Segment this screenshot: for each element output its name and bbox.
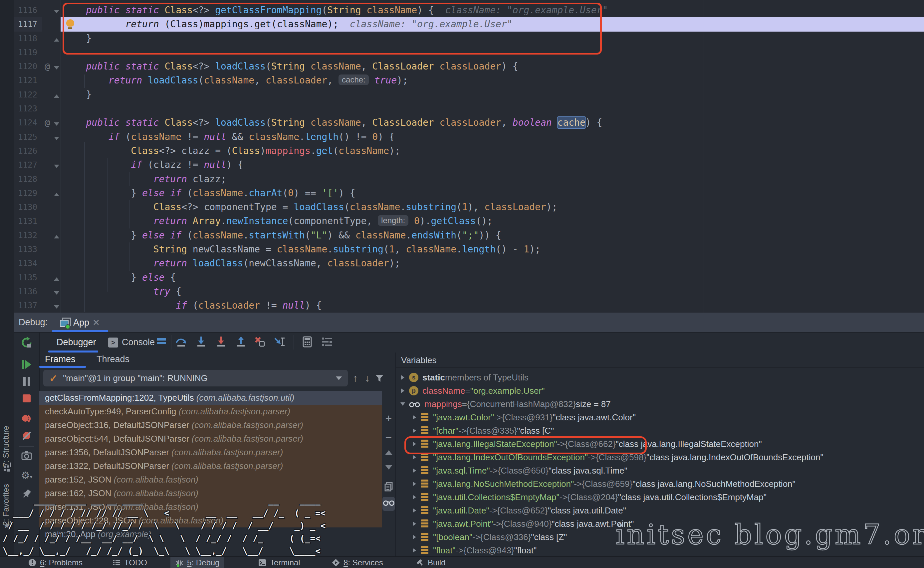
thread-dump-camera-button[interactable] [14, 450, 39, 462]
debugger-settings-gear-icon[interactable]: ⚙▾ [14, 470, 39, 481]
code-line-1124[interactable]: 1124@ public static Class<?> loadClass(S… [14, 116, 924, 130]
status-item-debug[interactable]: 5: Debug [170, 557, 224, 568]
variables-row-classname[interactable]: pclassName = "org.example.User" [395, 384, 924, 397]
line-number[interactable]: 1116 [14, 3, 42, 17]
code-line-1129[interactable]: 1129 } else if (className.charAt(0) == '… [14, 186, 924, 200]
debug-session-tab[interactable]: App ✕ [60, 315, 100, 330]
evaluate-expression-button[interactable] [301, 335, 314, 349]
line-number[interactable]: 1137 [14, 299, 42, 313]
fold-marker[interactable] [53, 32, 61, 45]
fold-marker[interactable] [53, 74, 61, 88]
code-line-1120[interactable]: 1120@ public static Class<?> loadClass(S… [14, 59, 924, 74]
variables-row-mappings[interactable]: mappings = {ConcurrentHashMap@832} size … [395, 397, 924, 411]
thread-selector-dropdown[interactable]: ✓ "main"@1 in group "main": RUNNING [43, 370, 348, 387]
code-text[interactable]: } [61, 32, 924, 45]
line-number[interactable]: 1125 [14, 130, 42, 144]
fold-marker[interactable] [53, 144, 61, 158]
next-frame-icon[interactable]: ↓ [365, 372, 370, 384]
pin-tab-button[interactable] [14, 488, 39, 500]
move-down-icon[interactable] [382, 465, 395, 470]
status-item-problems[interactable]: 6: Problems [23, 557, 87, 568]
code-line-1135[interactable]: 1135 } else { [14, 271, 924, 285]
step-over-button[interactable] [175, 335, 188, 349]
code-text[interactable]: if (className != null && className.lengt… [61, 130, 924, 144]
stack-frame-row[interactable]: parse:152, JSON (com.alibaba.fastjson) [39, 473, 382, 486]
line-number[interactable]: 1120 [14, 59, 42, 74]
fold-marker[interactable] [53, 299, 61, 313]
line-number[interactable]: 1126 [14, 144, 42, 158]
code-text[interactable]: Class<?> clazz = (Class)mappings.get(cla… [61, 144, 924, 158]
map-entry-row[interactable]: "[boolean" -> {Class@336} "class [Z" [395, 530, 924, 544]
stack-frame-row[interactable]: parse:1322, DefaultJSONParser (com.aliba… [39, 459, 382, 473]
fold-marker[interactable] [53, 214, 61, 228]
tab-console[interactable]: Console [122, 337, 155, 347]
code-line-1118[interactable]: 1118 } [14, 32, 924, 45]
force-step-into-button[interactable] [215, 335, 228, 349]
fold-marker[interactable] [53, 200, 61, 214]
close-icon[interactable]: ✕ [92, 317, 100, 328]
code-text[interactable]: public static Class<?> loadClass(String … [61, 116, 924, 130]
fold-marker[interactable] [53, 242, 61, 257]
code-line-1127[interactable]: 1127 if (clazz != null) { [14, 158, 924, 172]
chevron-collapsed-icon[interactable] [413, 508, 416, 513]
code-line-1123[interactable]: 1123 [14, 102, 924, 116]
code-line-1130[interactable]: 1130 Class<?> componentType = loadClass(… [14, 200, 924, 214]
line-number[interactable]: 1122 [14, 88, 42, 102]
watches-glasses-icon[interactable] [382, 499, 395, 506]
map-entry-row[interactable]: "java.awt.Point" -> {Class@940} "class j… [395, 517, 924, 530]
sidebar-item-favorites[interactable]: 2: Favorites [2, 484, 11, 526]
stack-frame-row[interactable]: parseObject:316, DefaultJSONParser (com.… [39, 418, 382, 432]
copy-icon[interactable] [382, 482, 395, 491]
intention-bulb-icon[interactable] [65, 19, 75, 29]
status-item-todo[interactable]: TODO [108, 557, 152, 568]
stack-frame-row[interactable]: parse:131, JSON (com.alibaba.fastjson) [39, 500, 382, 514]
fold-marker[interactable] [53, 186, 61, 200]
status-item-services[interactable]: 8: Services [327, 557, 388, 568]
tab-threads[interactable]: Threads [97, 354, 129, 364]
code-text[interactable]: return (Class)mappings.get(className); c… [61, 17, 924, 31]
move-up-icon[interactable] [382, 450, 395, 455]
stack-frame-row[interactable]: getClassFromMapping:1202, TypeUtils (com… [39, 391, 382, 405]
code-text[interactable]: if (classLoader != null) { [61, 299, 924, 313]
chevron-collapsed-icon[interactable] [413, 521, 416, 526]
previous-frame-icon[interactable]: ↑ [353, 372, 358, 384]
step-out-button[interactable] [235, 335, 248, 349]
code-text[interactable] [61, 102, 924, 116]
line-number[interactable]: 1121 [14, 74, 42, 88]
line-number[interactable]: 1135 [14, 271, 42, 285]
line-number[interactable]: 1131 [14, 214, 42, 228]
code-text[interactable]: return loadClass(className, classLoader,… [61, 74, 924, 88]
code-text[interactable]: Class<?> componentType = loadClass(class… [61, 200, 924, 214]
fold-marker[interactable] [53, 172, 61, 186]
code-text[interactable]: } else { [61, 271, 924, 285]
fold-marker[interactable] [53, 116, 61, 130]
fold-marker[interactable] [53, 130, 61, 144]
remove-watch-button[interactable]: − [382, 431, 395, 444]
code-line-1121[interactable]: 1121 return loadClass(className, classLo… [14, 74, 924, 88]
fold-marker[interactable] [53, 285, 61, 299]
show-execution-point-icon[interactable] [156, 335, 169, 349]
code-line-1128[interactable]: 1128 return clazz; [14, 172, 924, 186]
line-number[interactable]: 1124 [14, 116, 42, 130]
code-text[interactable]: public static Class<?> loadClass(String … [61, 59, 924, 74]
sidebar-item-structure[interactable]: 7: Structure [2, 426, 11, 467]
rerun-button[interactable] [14, 337, 39, 350]
code-line-1133[interactable]: 1133 String newClassName = className.sub… [14, 242, 924, 257]
chevron-collapsed-icon[interactable] [413, 548, 416, 553]
fold-marker[interactable] [53, 158, 61, 172]
line-number[interactable]: 1123 [14, 102, 42, 116]
code-text[interactable]: } else if (className.startsWith("L") && … [61, 228, 924, 242]
code-text[interactable]: return loadClass(newClassName, classLoad… [61, 257, 924, 270]
map-entry-row[interactable]: "java.lang.IndexOutOfBoundsException" ->… [395, 451, 924, 464]
stop-button[interactable] [14, 393, 39, 404]
code-text[interactable]: try { [61, 285, 924, 299]
code-text[interactable]: return Array.newInstance(componentType, … [61, 214, 924, 228]
fold-marker[interactable] [53, 59, 61, 74]
line-number[interactable]: 1132 [14, 228, 42, 242]
chevron-collapsed-icon[interactable] [413, 482, 416, 486]
stack-frame-row[interactable]: checkAutoType:949, ParserConfig (com.ali… [39, 405, 382, 418]
code-line-1125[interactable]: 1125 if (className != null && className.… [14, 130, 924, 144]
code-line-1126[interactable]: 1126 Class<?> clazz = (Class)mappings.ge… [14, 144, 924, 158]
stack-frame-row[interactable]: parse:1356, DefaultJSONParser (com.aliba… [39, 446, 382, 459]
line-number[interactable]: 1127 [14, 158, 42, 172]
